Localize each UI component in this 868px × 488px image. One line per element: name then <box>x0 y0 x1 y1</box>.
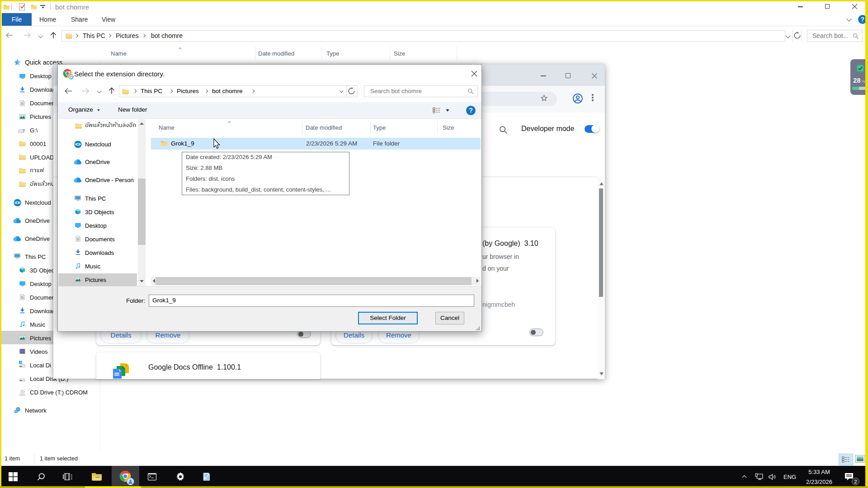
svg-text:?: ? <box>23 128 25 133</box>
